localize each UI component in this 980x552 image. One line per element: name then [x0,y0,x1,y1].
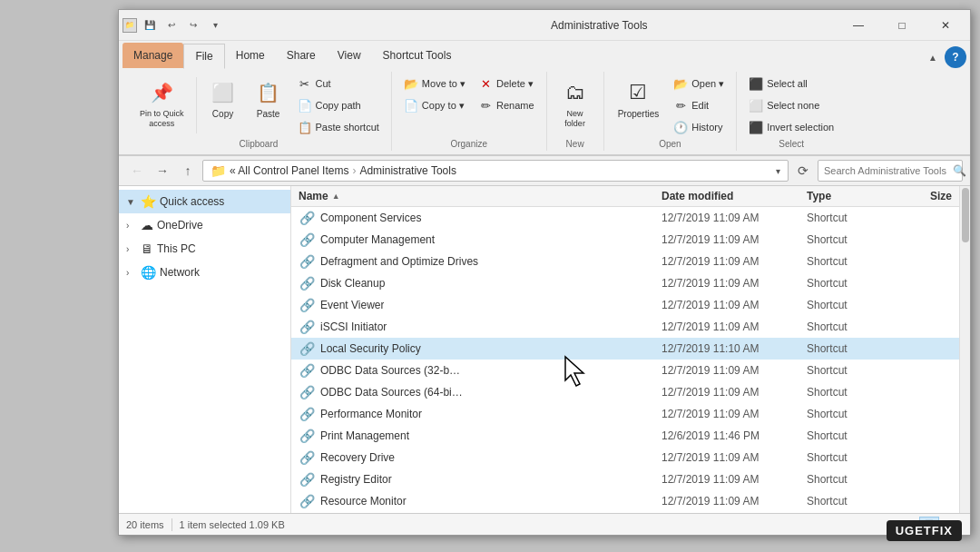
col-name[interactable]: Name ▲ [299,190,662,202]
ribbon: Manage File Home Share View Shortcut Too… [119,41,970,156]
tab-home[interactable]: Home [225,43,276,68]
tab-manage[interactable]: Manage [122,43,183,68]
delete-button[interactable]: ✕ Delete ▾ [474,74,539,94]
paste-button[interactable]: 📋 Paste [248,74,289,123]
table-row[interactable]: 🔗 Resource Monitor 12/7/2019 11:09 AM Sh… [291,490,959,512]
tab-share[interactable]: Share [276,43,327,68]
select-none-button[interactable]: ⬜ Select none [744,95,838,115]
sidebar-item-this-pc[interactable]: › 🖥 This PC [119,237,290,261]
select-buttons: ⬛ Select all ⬜ Select none ⬛ Invert sele… [744,74,838,137]
organize-group-content: 📂 Move to ▾ 📄 Copy to ▾ ✕ Delete ▾ [399,74,539,137]
table-row[interactable]: 🔗 Component Services 12/7/2019 11:09 AM … [291,207,959,229]
col-size[interactable]: Size [897,190,952,202]
file-name-text: Performance Monitor [320,408,422,420]
scrollbar-vertical[interactable] [959,186,970,513]
table-row[interactable]: 🔗 Registry Editor 12/7/2019 11:09 AM Sho… [291,468,959,490]
new-folder-icon: 🗂 [561,78,590,107]
tab-file[interactable]: File [183,44,224,69]
table-row[interactable]: 🔗 Print Management 12/6/2019 11:46 PM Sh… [291,425,959,447]
help-button[interactable]: ? [945,46,966,68]
invert-selection-button[interactable]: ⬛ Invert selection [744,117,838,137]
paste-big-icon: 📋 [254,78,283,107]
select-none-label: Select none [767,100,819,111]
up-button[interactable]: ↑ [177,160,199,182]
refresh-button[interactable]: ⟳ [792,160,814,182]
select-all-button[interactable]: ⬛ Select all [744,74,838,94]
copy-to-icon: 📄 [404,98,418,113]
copy-to-button[interactable]: 📄 Copy to ▾ [399,95,470,115]
pin-to-quick-access-button[interactable]: 📌 Pin to Quickaccess [133,74,191,133]
ribbon-collapse-btn[interactable]: ▲ [925,51,941,64]
sidebar-label-onedrive: OneDrive [157,219,203,232]
file-pane: Name ▲ Date modified Type Size 🔗 Compone… [291,186,959,513]
minimize-button[interactable]: — [838,11,879,40]
table-row[interactable]: 🔗 Recovery Drive 12/7/2019 11:09 AM Shor… [291,447,959,468]
file-name-text: Event Viewer [320,299,384,311]
address-path[interactable]: 📁 « All Control Panel Items › Administra… [202,160,789,182]
qat-redo[interactable]: ↪ [184,16,202,34]
table-row[interactable]: 🔗 iSCSI Initiator 12/7/2019 11:09 AM Sho… [291,316,959,338]
file-date: 12/7/2019 11:10 AM [662,342,807,355]
table-row[interactable]: 🔗 ODBC Data Sources (32-b… 12/7/2019 11:… [291,360,959,381]
copy-to-label: Copy to ▾ [422,100,465,112]
table-row[interactable]: 🔗 Performance Monitor 12/7/2019 11:09 AM… [291,403,959,425]
table-row[interactable]: 🔗 Event Viewer 12/7/2019 11:09 AM Shortc… [291,294,959,316]
copy-button[interactable]: ⬜ Copy [202,74,244,123]
open-group: ☑ Properties 📂 Open ▾ ✏ Edit � [604,72,738,151]
col-date[interactable]: Date modified [662,190,807,202]
forward-button[interactable]: → [152,160,173,182]
file-name-cell: 🔗 Defragment and Optimize Drives [299,253,662,270]
breadcrumb-current[interactable]: Administrative Tools [359,164,456,177]
tab-shortcut-tools[interactable]: Shortcut Tools [372,43,463,68]
organize-label: Organize [399,137,539,149]
table-row[interactable]: 🔗 Local Security Policy 12/7/2019 11:10 … [291,338,959,360]
sidebar-item-quick-access[interactable]: ▼ ⭐ Quick access [119,190,290,213]
table-row[interactable]: 🔗 Disk Cleanup 12/7/2019 11:09 AM Shortc… [291,272,959,294]
path-dropdown-arrow[interactable]: ▾ [776,166,780,176]
copy-path-button[interactable]: 📄 Copy path [293,95,384,115]
paste-shortcut-button[interactable]: 📋 Paste shortcut [293,117,384,137]
file-date: 12/7/2019 11:09 AM [662,277,807,290]
search-input[interactable] [824,165,949,176]
ribbon-tabs: Manage File Home Share View Shortcut Too… [119,41,970,68]
file-name-text: Print Management [320,429,409,442]
tab-view[interactable]: View [327,43,372,68]
cut-button[interactable]: ✂ Cut [293,74,384,94]
table-row[interactable]: 🔗 Defragment and Optimize Drives 12/7/20… [291,251,959,272]
maximize-button[interactable]: □ [881,11,923,40]
file-icon: 🔗 [299,297,315,313]
open-button[interactable]: 📂 Open ▾ [669,74,729,94]
new-folder-button[interactable]: 🗂 Newfolder [554,74,596,133]
file-date: 12/7/2019 11:09 AM [662,299,807,311]
sidebar-item-onedrive[interactable]: › ☁ OneDrive [119,213,290,237]
item-count: 20 items [126,519,164,530]
move-to-button[interactable]: 📂 Move to ▾ [399,74,470,94]
history-button[interactable]: 🕐 History [669,117,729,137]
edit-button[interactable]: ✏ Edit [669,95,729,115]
expand-icon-network: › [126,268,137,278]
qat-save[interactable]: 💾 [141,16,159,34]
breadcrumb-root[interactable]: « All Control Panel Items [230,164,348,177]
delete-label: Delete ▾ [496,78,534,90]
file-icon: 🔗 [299,253,315,270]
delete-rename-group: ✕ Delete ▾ ✏ Rename [474,74,539,115]
folder-icon-small: 📁 [211,163,226,178]
sidebar-item-network[interactable]: › 🌐 Network [119,261,290,284]
table-row[interactable]: 🔗 ODBC Data Sources (64-bi… 12/7/2019 11… [291,381,959,403]
rename-button[interactable]: ✏ Rename [474,95,539,115]
qat-undo[interactable]: ↩ [162,16,181,34]
search-box[interactable]: 🔍 [818,160,963,182]
explorer-window: 📁 💾 ↩ ↪ ▾ Administrative Tools — □ ✕ Man… [118,9,971,536]
file-name-cell: 🔗 Local Security Policy [299,340,662,357]
qat-dropdown[interactable]: ▾ [206,16,224,34]
col-type[interactable]: Type [807,190,897,202]
scroll-thumb[interactable] [962,188,969,242]
close-button[interactable]: ✕ [925,11,966,40]
cut-label: Cut [316,78,331,89]
sidebar-label-network: Network [160,266,200,279]
back-button[interactable]: ← [126,160,148,182]
open-label: Open [612,137,730,149]
table-row[interactable]: 🔗 Computer Management 12/7/2019 11:09 AM… [291,229,959,251]
sidebar-label-quick-access: Quick access [160,195,224,208]
properties-button[interactable]: ☑ Properties [612,74,666,123]
